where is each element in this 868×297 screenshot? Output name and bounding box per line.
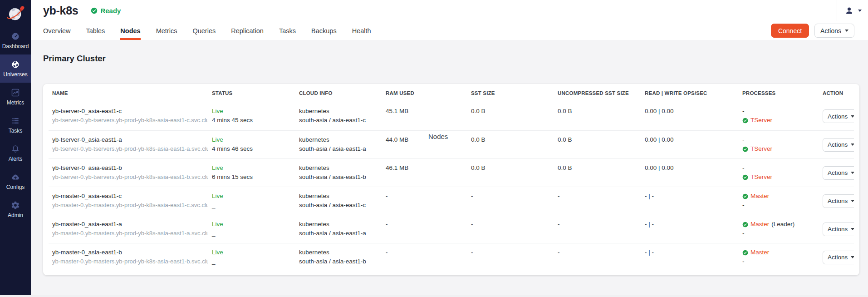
node-actions-button[interactable]: Actions	[823, 223, 854, 236]
sidebar-item-metrics[interactable]: Metrics	[0, 83, 31, 111]
node-actions-label: Actions	[828, 141, 848, 148]
universes-globe-icon	[11, 60, 20, 69]
node-actions-button[interactable]: Actions	[823, 194, 854, 208]
node-provider: kubernetes	[299, 248, 378, 257]
action-cell: Actions	[819, 215, 854, 243]
node-actions-button[interactable]: Actions	[823, 109, 854, 123]
configs-cloud-icon	[11, 173, 20, 182]
node-name-cell: yb-master-0_asia-east1-a yb-master-0.yb-…	[49, 215, 208, 243]
universe-actions-button[interactable]: Actions	[814, 24, 854, 38]
process-line-1: -	[742, 107, 815, 116]
processes-cell: Master -	[739, 187, 819, 215]
process-line-2: TServer	[742, 144, 815, 153]
page-title: Primary Cluster	[43, 54, 859, 64]
node-status: Live	[212, 163, 292, 173]
node-actions-button[interactable]: Actions	[823, 138, 854, 152]
process-line-2: TServer	[742, 116, 815, 125]
col-header-name: NAME	[49, 90, 208, 96]
node-name-cell: yb-tserver-0_asia-east1-c yb-tserver-0.y…	[49, 102, 208, 130]
process-line-1: -	[742, 163, 815, 173]
node-name-cell: yb-tserver-0_asia-east1-a yb-tserver-0.y…	[49, 131, 208, 158]
node-provider: kubernetes	[299, 220, 378, 229]
tab-tables[interactable]: Tables	[86, 21, 105, 40]
globe-rocket-logo-icon	[6, 5, 25, 24]
col-header-action: ACTION	[819, 90, 854, 96]
sidebar-item-alerts[interactable]: Alerts	[0, 139, 31, 167]
cloud-info-cell: kubernetes south-asia / asia-east1-b	[295, 159, 382, 187]
connect-button[interactable]: Connect	[771, 24, 809, 38]
tab-queries[interactable]: Queries	[192, 21, 216, 40]
col-header-ram-used: RAM USED	[382, 90, 467, 96]
process-name: Master	[750, 192, 769, 201]
cloud-info-cell: kubernetes south-asia / asia-east1-a	[295, 131, 382, 158]
process-name: TServer	[750, 116, 772, 125]
process-line-2: -	[742, 229, 815, 238]
process-line-1: Master	[742, 192, 815, 201]
yugabyte-logo[interactable]	[0, 0, 31, 26]
tab-metrics[interactable]: Metrics	[156, 21, 177, 40]
read-write-ops-cell: - | -	[641, 215, 739, 243]
sidebar-item-label: Universes	[3, 71, 27, 78]
processes-cell: - TServer	[739, 131, 819, 158]
processes-cell: Master -	[739, 243, 819, 271]
node-actions-button[interactable]: Actions	[823, 166, 854, 180]
node-name-cell: yb-master-0_asia-east1-c yb-master-0.yb-…	[49, 187, 208, 215]
node-actions-label: Actions	[828, 226, 848, 233]
ram-used-cell: -	[382, 215, 467, 243]
node-uptime: 4 mins 45 secs	[212, 116, 292, 125]
sst-size-cell: 0.0 B	[467, 131, 554, 158]
universe-actions-label: Actions	[820, 27, 841, 35]
check-circle-icon	[742, 222, 748, 228]
read-write-ops-cell: 0.00 | 0.00	[641, 102, 739, 130]
node-status: Live	[212, 192, 292, 201]
processes-cell: - TServer	[739, 102, 819, 130]
tab-overview[interactable]: Overview	[43, 21, 70, 40]
tab-tasks[interactable]: Tasks	[279, 21, 296, 40]
toolbar-buttons: Connect Actions	[771, 21, 868, 40]
tab-health[interactable]: Health	[352, 21, 371, 40]
user-menu[interactable]	[837, 0, 868, 21]
node-status-cell: Live _	[208, 243, 295, 271]
process-leader-suffix: (Leader)	[771, 220, 794, 229]
sidebar-item-dashboard[interactable]: Dashboard	[0, 26, 31, 54]
uncompressed-sst-size-cell: 0.0 B	[554, 159, 641, 187]
processes-cell: - TServer	[739, 159, 819, 187]
action-cell: Actions	[819, 187, 854, 215]
col-header-uncompressed-sst-size: UNCOMPRESSED SST SIZE	[554, 90, 641, 96]
node-name: yb-master-0_asia-east1-b	[52, 248, 205, 257]
sst-size-cell: -	[467, 243, 554, 271]
sidebar-item-label: Alerts	[9, 156, 23, 162]
col-header-read-write-ops: READ | WRITE OPS/SEC	[641, 90, 739, 96]
read-write-ops-cell: - | -	[641, 187, 739, 215]
node-actions-button[interactable]: Actions	[823, 251, 854, 264]
ram-used-cell: 45.1 MB	[382, 102, 467, 130]
tab-replication[interactable]: Replication	[231, 21, 264, 40]
sidebar-item-tasks[interactable]: Tasks	[0, 111, 31, 139]
node-name-cell: yb-tserver-0_asia-east1-b yb-tserver-0.y…	[49, 159, 208, 187]
uncompressed-sst-size-cell: -	[554, 243, 641, 271]
sidebar-item-admin[interactable]: Admin	[0, 195, 31, 223]
table-row: yb-tserver-0_asia-east1-a yb-tserver-0.y…	[49, 130, 854, 158]
node-status-cell: Live _	[208, 215, 295, 243]
nodes-table-card: NAME STATUS CLOUD INFO RAM USED SST SIZE…	[43, 84, 859, 275]
node-region: south-asia / asia-east1-b	[299, 173, 378, 182]
node-name: yb-master-0_asia-east1-c	[52, 192, 205, 201]
tab-backups[interactable]: Backups	[311, 21, 337, 40]
process-name: Master	[750, 220, 769, 229]
process-line-2: -	[742, 201, 815, 210]
sidebar-item-configs[interactable]: Configs	[0, 167, 31, 195]
sidebar-item-universes[interactable]: Universes	[0, 54, 31, 83]
node-provider: kubernetes	[299, 135, 378, 144]
table-row: yb-tserver-0_asia-east1-b yb-tserver-0.y…	[49, 158, 854, 187]
process-line-1: Master	[742, 248, 815, 257]
sst-size-cell: -	[467, 187, 554, 215]
node-actions-label: Actions	[828, 198, 848, 204]
tab-nodes[interactable]: Nodes	[120, 21, 140, 40]
table-row: yb-master-0_asia-east1-b yb-master-0.yb-…	[49, 243, 854, 271]
chevron-down-icon	[851, 256, 854, 258]
node-actions-label: Actions	[828, 169, 848, 176]
alerts-bell-icon	[11, 144, 20, 153]
node-name: yb-master-0_asia-east1-a	[52, 220, 205, 229]
action-cell: Actions	[819, 159, 854, 187]
chevron-down-icon	[858, 10, 862, 12]
